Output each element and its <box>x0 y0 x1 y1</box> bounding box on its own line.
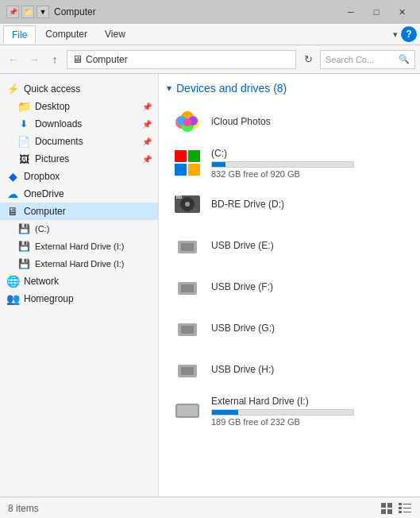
section-chevron-icon: ▾ <box>167 83 171 94</box>
drive-usbh[interactable]: USB Drive (H:) <box>167 350 412 388</box>
section-header: ▾ Devices and drives (8) <box>167 82 412 95</box>
minimize-button[interactable]: ─ <box>339 4 363 20</box>
ext1-icon: 💾 <box>17 240 30 253</box>
drive-bdre[interactable]: BD BD-RE Drive (D:) <box>167 185 412 223</box>
svg-rect-25 <box>387 509 392 514</box>
sidebar-item-downloads[interactable]: ⬇ Downloads 📌 <box>0 115 158 133</box>
desktop-icon: 📁 <box>17 100 30 113</box>
drive-c[interactable]: (C:) 832 GB free of 920 GB <box>167 144 412 182</box>
sidebar-item-desktop[interactable]: 📁 Desktop 📌 <box>0 98 158 115</box>
tab-view[interactable]: View <box>97 25 133 43</box>
grid-view-icon[interactable] <box>380 503 395 514</box>
drive-icloud[interactable]: iCloud Photos <box>167 102 412 141</box>
downloads-pin-icon: 📌 <box>142 120 152 129</box>
maximize-button[interactable]: □ <box>364 4 388 20</box>
onedrive-icon: ☁ <box>6 187 19 200</box>
drive-usbg[interactable]: USB Drive (G:) <box>167 309 412 347</box>
main-area: ⚡ Quick access 📁 Desktop 📌 ⬇ Downloads 📌… <box>0 74 420 497</box>
refresh-button[interactable]: ↻ <box>299 51 317 68</box>
sidebar-item-network[interactable]: 🌐 Network <box>0 273 158 290</box>
svg-rect-28 <box>399 511 402 513</box>
usbh-name: USB Drive (H:) <box>211 364 407 375</box>
sidebar-item-onedrive[interactable]: ☁ OneDrive <box>0 185 158 203</box>
address-computer-icon: 🖥 <box>72 53 83 65</box>
sidebar-label-quick-access: Quick access <box>24 83 80 95</box>
tab-file[interactable]: File <box>3 25 36 44</box>
forward-button[interactable]: → <box>25 51 43 68</box>
sidebar-item-ext1[interactable]: 💾 External Hard Drive (I:) <box>0 238 158 255</box>
dropbox-icon: ◆ <box>6 170 19 183</box>
title-folder-icon: 📁 <box>21 6 34 18</box>
ribbon: File Computer View ▾ ? <box>0 24 420 45</box>
drive-usbf[interactable]: USB Drive (F:) <box>167 268 412 306</box>
view-icons <box>380 503 412 514</box>
sidebar: ⚡ Quick access 📁 Desktop 📌 ⬇ Downloads 📌… <box>0 74 159 497</box>
usbg-info: USB Drive (G:) <box>211 323 407 334</box>
svg-rect-22 <box>381 503 386 508</box>
usbf-name: USB Drive (F:) <box>211 281 407 292</box>
svg-rect-31 <box>403 512 411 512</box>
usbf-info: USB Drive (F:) <box>211 281 407 292</box>
title-bar: 📌 📁 ▼ Computer ─ □ ✕ <box>0 0 420 24</box>
drive-exti[interactable]: External Hard Drive (I:) 189 GB free of … <box>167 392 412 430</box>
tab-computer[interactable]: Computer <box>37 25 95 43</box>
sidebar-item-quick-access[interactable]: ⚡ Quick access <box>0 80 158 98</box>
search-bar[interactable]: Search Co... 🔍 <box>320 50 415 69</box>
sidebar-label-pictures: Pictures <box>35 153 69 164</box>
downloads-icon: ⬇ <box>17 118 30 130</box>
svg-point-6 <box>183 118 191 126</box>
close-button[interactable]: ✕ <box>390 4 414 20</box>
svg-rect-27 <box>399 507 402 509</box>
usbg-icon <box>171 312 203 344</box>
sidebar-label-dropbox: Dropbox <box>24 171 60 182</box>
search-placeholder: Search Co... <box>326 55 399 64</box>
section-title: Devices and drives (8) <box>176 82 287 95</box>
svg-rect-24 <box>381 509 386 514</box>
list-view-icon[interactable] <box>398 503 412 514</box>
usbe-icon <box>171 230 203 261</box>
c-drive-name: (C:) <box>211 148 407 159</box>
sidebar-item-dropbox[interactable]: ◆ Dropbox <box>0 168 158 185</box>
back-button[interactable]: ← <box>5 51 22 68</box>
sidebar-label-computer: Computer <box>24 206 66 217</box>
usbg-name: USB Drive (G:) <box>211 323 407 334</box>
c-drive-bar <box>212 162 225 167</box>
sidebar-label-documents: Documents <box>35 136 83 147</box>
c-drive-bar-container <box>211 161 354 168</box>
drive-usbe[interactable]: USB Drive (E:) <box>167 226 412 265</box>
c-drive-large-icon <box>171 147 203 179</box>
title-arrow-icon: ▼ <box>37 6 49 18</box>
icloud-name: iCloud Photos <box>211 116 407 127</box>
toolbar: ← → ↑ 🖥 Computer ↻ Search Co... 🔍 <box>0 45 420 74</box>
help-button[interactable]: ? <box>401 26 417 42</box>
title-pin-icon: 📌 <box>6 6 19 18</box>
up-button[interactable]: ↑ <box>46 51 64 68</box>
address-bar[interactable]: 🖥 Computer <box>67 50 296 69</box>
sidebar-item-documents[interactable]: 📄 Documents 📌 <box>0 133 158 150</box>
status-bar: 8 items <box>0 497 420 518</box>
window-title: Computer <box>54 6 96 17</box>
sidebar-item-pictures[interactable]: 🖼 Pictures 📌 <box>0 150 158 168</box>
exti-icon <box>171 395 203 427</box>
sidebar-item-computer[interactable]: 🖥 Computer <box>0 203 158 220</box>
pictures-pin-icon: 📌 <box>142 155 152 164</box>
ribbon-options: ▾ <box>393 29 398 40</box>
sidebar-label-desktop: Desktop <box>35 101 70 112</box>
documents-pin-icon: 📌 <box>142 137 152 146</box>
usbe-info: USB Drive (E:) <box>211 240 407 251</box>
sidebar-label-ext1: External Hard Drive (I:) <box>35 242 124 251</box>
svg-rect-26 <box>399 503 402 505</box>
bdre-name: BD-RE Drive (D:) <box>211 199 407 210</box>
sidebar-item-ext2[interactable]: 💾 External Hard Drive (I:) <box>0 255 158 273</box>
bdre-info: BD-RE Drive (D:) <box>211 199 407 210</box>
svg-point-10 <box>185 202 190 207</box>
c-drive-icon: 💾 <box>17 222 30 235</box>
sidebar-label-c-drive: (C:) <box>35 224 49 234</box>
sidebar-item-c-drive[interactable]: 💾 (C:) <box>0 220 158 238</box>
sidebar-label-homegroup: Homegroup <box>24 293 74 304</box>
exti-drive-free: 189 GB free of 232 GB <box>211 417 407 427</box>
content-area: ▾ Devices and drives (8) <box>159 74 420 497</box>
sidebar-item-homegroup[interactable]: 👥 Homegroup <box>0 290 158 307</box>
ext2-icon: 💾 <box>17 257 30 270</box>
exti-name: External Hard Drive (I:) <box>211 396 407 407</box>
